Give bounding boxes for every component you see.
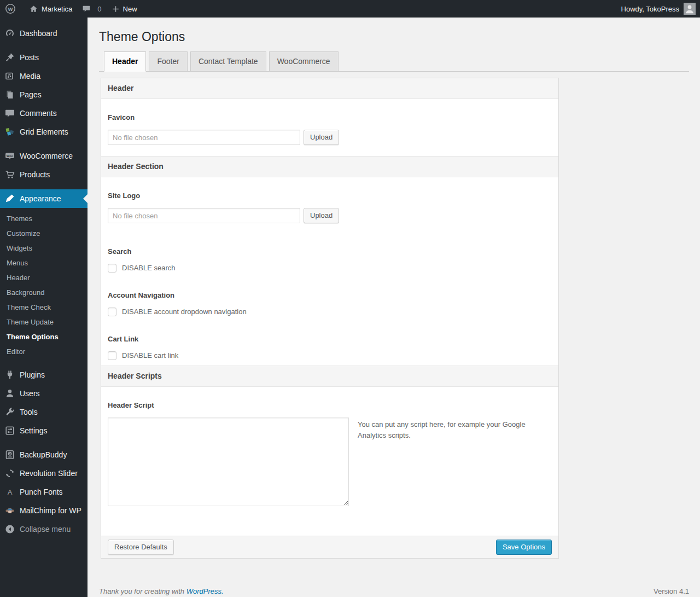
site-logo-field: Site Logo Upload — [101, 177, 558, 234]
account-navigation-label: Account Navigation — [108, 291, 552, 300]
disable-account-navigation-label: DISABLE account dropdown navigation — [122, 308, 247, 316]
section-header-scripts-title: Header Scripts — [101, 366, 558, 387]
submenu-item-theme-check[interactable]: Theme Check — [0, 300, 88, 315]
site-logo-upload-button[interactable]: Upload — [304, 208, 339, 223]
header-script-field: Header Script You can put any script her… — [101, 387, 558, 536]
page-footer: Thank you for creating with WordPress. V… — [99, 587, 689, 595]
menu-separator — [0, 43, 88, 48]
sidebar-item-dashboard[interactable]: Dashboard — [0, 24, 88, 43]
sidebar-item-grid-elements[interactable]: Grid Elements — [0, 123, 88, 141]
section-header-section-title: Header Section — [101, 156, 558, 177]
sidebar-item-label: BackupBuddy — [20, 450, 67, 459]
main-content: Theme Options HeaderFooterContact Templa… — [88, 18, 700, 597]
wordpress-logo-icon: W — [5, 3, 16, 14]
sidebar-item-users[interactable]: Users — [0, 384, 88, 403]
avatar — [684, 3, 696, 15]
woocommerce-badge-icon: Woo — [0, 150, 20, 161]
submenu-item-editor[interactable]: Editor — [0, 345, 88, 360]
sidebar-item-plugins[interactable]: Plugins — [0, 366, 88, 384]
tab-header[interactable]: Header — [104, 51, 146, 72]
sidebar-item-label: WooCommerce — [20, 152, 73, 160]
section-header-title: Header — [101, 78, 558, 99]
sidebar-item-woocommerce[interactable]: Woo WooCommerce — [0, 147, 88, 165]
admin-bar: W Marketica 0 New Howdy, TokoPress — [0, 0, 700, 18]
sidebar-item-label: Settings — [20, 426, 48, 435]
dashboard-icon — [0, 28, 20, 39]
sidebar-item-collapse-menu[interactable]: Collapse menu — [0, 520, 88, 538]
comment-bubble-icon — [82, 4, 91, 13]
disable-search-label: DISABLE search — [122, 264, 176, 273]
tab-woocommerce[interactable]: WooCommerce — [269, 51, 339, 72]
sidebar-item-label: Grid Elements — [20, 127, 68, 136]
sidebar-item-backupbuddy[interactable]: BackupBuddy — [0, 445, 88, 464]
comments-menu[interactable]: 0 — [77, 0, 106, 18]
disable-cart-link-checkbox[interactable] — [108, 351, 116, 360]
sidebar-item-label: Collapse menu — [20, 525, 71, 534]
collapse-icon — [0, 524, 20, 535]
grid-elements-icon — [0, 126, 20, 137]
submenu-item-themes[interactable]: Themes — [0, 212, 88, 227]
favicon-field: Favicon Upload — [101, 99, 558, 156]
new-label: New — [123, 5, 137, 13]
submenu-item-customize[interactable]: Customize — [0, 227, 88, 241]
sidebar-item-appearance[interactable]: Appearance — [0, 189, 88, 208]
submenu-item-widgets[interactable]: Widgets — [0, 241, 88, 256]
panel-footer: Restore Defaults Save Options — [101, 536, 558, 558]
sidebar-item-media[interactable]: Media — [0, 67, 88, 85]
header-script-help-text: You can put any script here, for example… — [358, 418, 528, 440]
sidebar-item-pages[interactable]: Pages — [0, 85, 88, 104]
tab-contact-template[interactable]: Contact Template — [190, 51, 266, 72]
site-name-menu[interactable]: Marketica — [24, 0, 77, 18]
sidebar-item-tools[interactable]: Tools — [0, 403, 88, 421]
plugin-icon — [0, 369, 20, 380]
sidebar-item-label: Media — [20, 72, 40, 80]
save-options-button[interactable]: Save Options — [496, 540, 552, 555]
sidebar-item-label: Comments — [20, 109, 57, 118]
account-menu[interactable]: Howdy, TokoPress — [617, 0, 700, 18]
theme-options-panel: Header Favicon Upload Header Section Sit… — [101, 78, 559, 559]
menu-separator — [0, 440, 88, 445]
submenu-item-theme-options[interactable]: Theme Options — [0, 330, 88, 345]
site-name-label: Marketica — [42, 5, 72, 13]
cart-link-label: Cart Link — [108, 335, 552, 344]
wp-logo-menu[interactable]: W — [0, 0, 24, 18]
cart-link-field: Cart Link DISABLE cart link — [101, 322, 558, 366]
sidebar-item-comments[interactable]: Comments — [0, 104, 88, 123]
site-logo-file-input[interactable] — [108, 208, 300, 223]
wordpress-link[interactable]: WordPress. — [186, 587, 224, 595]
header-script-label: Header Script — [108, 401, 552, 410]
account-navigation-field: Account Navigation DISABLE account dropd… — [101, 278, 558, 322]
sidebar-item-posts[interactable]: Posts — [0, 48, 88, 67]
submenu-item-menus[interactable]: Menus — [0, 256, 88, 271]
svg-text:A: A — [8, 488, 13, 496]
sidebar-item-punch-fonts[interactable]: A Punch Fonts — [0, 483, 88, 501]
favicon-file-input[interactable] — [108, 130, 300, 145]
disable-account-navigation-checkbox[interactable] — [108, 308, 116, 316]
new-menu[interactable]: New — [107, 0, 142, 18]
sidebar-item-label: Revolution Slider — [20, 469, 78, 478]
disable-search-checkbox[interactable] — [108, 264, 116, 273]
backup-icon — [0, 449, 20, 460]
version-label: Version 4.1 — [654, 587, 689, 595]
submenu-item-background[interactable]: Background — [0, 286, 88, 300]
restore-defaults-button[interactable]: Restore Defaults — [108, 540, 174, 555]
search-label: Search — [108, 247, 552, 256]
monkey-icon — [0, 505, 20, 516]
sidebar-item-label: Pages — [20, 90, 42, 99]
howdy-label: Howdy, TokoPress — [621, 5, 679, 13]
svg-text:W: W — [8, 6, 13, 12]
sidebar-item-settings[interactable]: Settings — [0, 421, 88, 440]
header-script-textarea[interactable] — [108, 418, 349, 506]
sidebar-item-mailchimp[interactable]: MailChimp for WP — [0, 501, 88, 520]
sidebar-item-revolution-slider[interactable]: Revolution Slider — [0, 464, 88, 483]
pin-icon — [0, 52, 20, 63]
sidebar-item-products[interactable]: Products — [0, 165, 88, 184]
wrench-icon — [0, 407, 20, 418]
favicon-upload-button[interactable]: Upload — [304, 130, 339, 145]
tab-footer[interactable]: Footer — [149, 51, 187, 72]
settings-icon — [0, 425, 20, 436]
submenu-item-theme-update[interactable]: Theme Update — [0, 315, 88, 330]
sidebar-item-label: Dashboard — [20, 29, 57, 38]
submenu-item-header[interactable]: Header — [0, 271, 88, 286]
svg-text:Woo: Woo — [7, 154, 14, 158]
